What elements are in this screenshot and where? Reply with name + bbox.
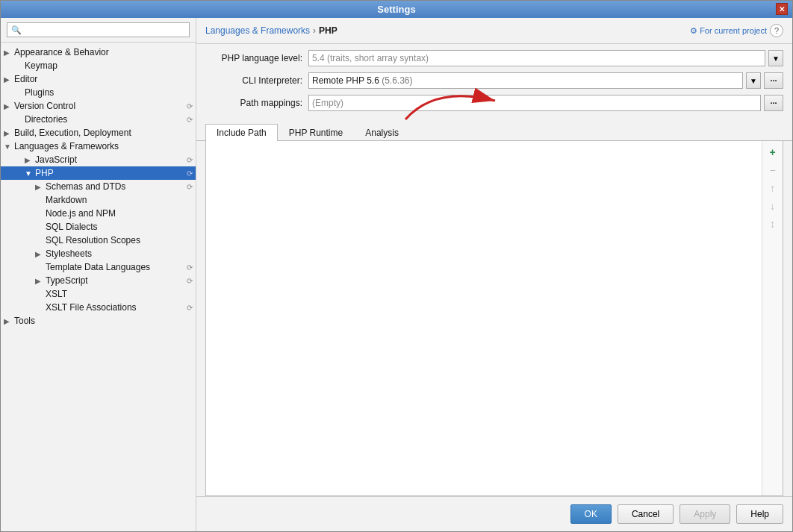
move-down-button[interactable]: ↓ [765, 198, 781, 214]
php-level-control: 5.4 (traits, short array syntax) ▼ [308, 50, 783, 66]
settings-window: Settings ✕ 🔍 ▶Appearance & BehaviorKeyma… [0, 0, 793, 532]
tab-content: + − ↑ ↓ ↕ [205, 141, 783, 496]
sidebar-item-label: Appearance & Behavior [14, 47, 193, 57]
bottom-bar: OK Cancel Apply Help [196, 496, 792, 531]
side-toolbar: + − ↑ ↓ ↕ [762, 141, 783, 495]
sidebar-item-editor[interactable]: ▶Editor [1, 72, 196, 86]
arrow-icon: ▶ [25, 156, 35, 164]
arrow-icon: ▶ [4, 102, 14, 110]
sidebar-item-label: XSLT File Associations [46, 302, 184, 313]
settings-form: PHP language level: 5.4 (traits, short a… [196, 44, 792, 123]
include-path-content [206, 141, 762, 495]
window-title: Settings [377, 4, 415, 15]
php-level-row: PHP language level: 5.4 (traits, short a… [205, 50, 783, 66]
tab-include-path[interactable]: Include Path [205, 124, 278, 141]
sidebar-item-label: Tools [14, 316, 193, 326]
project-info[interactable]: ⚙ For current project [690, 26, 767, 36]
sidebar-item-sql-resolution[interactable]: SQL Resolution Scopes [1, 234, 196, 247]
sidebar-item-directories[interactable]: Directories⟳ [1, 113, 196, 126]
sidebar-item-markdown[interactable]: Markdown [1, 193, 196, 207]
sidebar-item-label: JavaScript [35, 154, 184, 165]
sidebar-item-label: PHP [35, 168, 184, 178]
sidebar-item-languages[interactable]: ▼Languages & Frameworks [1, 140, 196, 153]
sync-icon: ⟳ [187, 277, 193, 285]
sync-icon: ⟳ [187, 304, 193, 312]
sync-icon: ⟳ [187, 116, 193, 124]
sidebar-item-version-control[interactable]: ▶Version Control⟳ [1, 99, 196, 113]
sidebar-item-label: Directories [25, 114, 184, 125]
sidebar-item-schemas[interactable]: ▶Schemas and DTDs⟳ [1, 180, 196, 193]
sidebar-item-xslt-assoc[interactable]: XSLT File Associations⟳ [1, 301, 196, 314]
add-button[interactable]: + [765, 144, 781, 160]
sidebar-item-stylesheets[interactable]: ▶Stylesheets [1, 247, 196, 260]
sidebar-item-label: Version Control [14, 101, 184, 111]
sidebar-item-php[interactable]: ▼PHP⟳ [1, 166, 196, 180]
sidebar-tree: ▶Appearance & BehaviorKeymap▶EditorPlugi… [1, 43, 196, 531]
path-value: (Empty) [308, 95, 761, 111]
tab-bar: Include PathPHP RuntimeAnalysis [196, 123, 792, 141]
sidebar-item-label: SQL Resolution Scopes [46, 235, 193, 245]
arrow-icon: ▶ [35, 277, 46, 285]
sidebar-item-label: Schemas and DTDs [46, 181, 184, 192]
ok-button[interactable]: OK [570, 504, 612, 524]
arrow-icon: ▼ [25, 169, 35, 178]
cli-interpreter-row: CLI Interpreter: Remote PHP 5.6 (5.6.36)… [205, 72, 783, 89]
search-input[interactable] [7, 22, 190, 37]
sidebar-item-label: Markdown [46, 195, 193, 205]
sidebar-item-label: SQL Dialects [46, 222, 193, 232]
sidebar-item-label: Node.js and NPM [46, 208, 193, 219]
search-icon: 🔍 [11, 25, 22, 35]
sidebar-item-label: Stylesheets [46, 248, 193, 259]
php-level-label: PHP language level: [205, 53, 302, 63]
sidebar-item-label: Editor [14, 74, 193, 84]
sidebar: 🔍 ▶Appearance & BehaviorKeymap▶EditorPlu… [1, 18, 196, 531]
cli-value: Remote PHP 5.6 (5.6.36) [308, 72, 743, 89]
sidebar-item-nodejs[interactable]: Node.js and NPM [1, 207, 196, 220]
sync-icon: ⟳ [187, 156, 193, 164]
sidebar-item-typescript[interactable]: ▶TypeScript⟳ [1, 274, 196, 287]
tab-analysis[interactable]: Analysis [354, 124, 410, 141]
sync-icon: ⟳ [187, 183, 193, 191]
sidebar-item-build[interactable]: ▶Build, Execution, Deployment [1, 126, 196, 140]
arrow-icon: ▶ [35, 250, 46, 258]
sync-icon: ⟳ [187, 169, 193, 178]
move-up-button[interactable]: ↑ [765, 180, 781, 196]
php-level-value: 5.4 (traits, short array syntax) [308, 50, 765, 66]
breadcrumb: Languages & Frameworks › PHP ⚙ For curre… [196, 18, 792, 44]
close-button[interactable]: ✕ [776, 3, 788, 15]
sidebar-item-tools[interactable]: ▶Tools [1, 314, 196, 328]
sidebar-item-label: Languages & Frameworks [14, 141, 193, 151]
path-label: Path mappings: [205, 98, 302, 108]
sidebar-item-template[interactable]: Template Data Languages⟳ [1, 260, 196, 274]
php-level-dropdown[interactable]: ▼ [768, 50, 783, 66]
cli-more-button[interactable]: ··· [764, 72, 783, 89]
help-icon[interactable]: ? [770, 24, 783, 37]
sidebar-item-javascript[interactable]: ▶JavaScript⟳ [1, 153, 196, 166]
arrow-icon: ▼ [4, 143, 14, 151]
sidebar-item-label: Keymap [25, 60, 193, 71]
arrow-icon: ▶ [35, 183, 46, 191]
sidebar-item-sql-dialects[interactable]: SQL Dialects [1, 220, 196, 234]
sidebar-item-keymap[interactable]: Keymap [1, 59, 196, 72]
path-control: (Empty) ··· [308, 95, 783, 111]
help-button[interactable]: Help [736, 504, 783, 524]
cli-control: Remote PHP 5.6 (5.6.36) ▼ ··· [308, 72, 783, 89]
sidebar-item-appearance[interactable]: ▶Appearance & Behavior [1, 46, 196, 59]
sort-button[interactable]: ↕ [765, 216, 781, 232]
search-box: 🔍 [1, 18, 196, 43]
cancel-button[interactable]: Cancel [618, 504, 674, 524]
remove-button[interactable]: − [765, 162, 781, 178]
arrow-icon: ▶ [4, 48, 14, 57]
tab-php-runtime[interactable]: PHP Runtime [278, 124, 354, 141]
arrow-icon: ▶ [4, 129, 14, 137]
sync-icon: ⟳ [187, 263, 193, 272]
cli-dropdown[interactable]: ▼ [746, 72, 761, 89]
title-bar: Settings ✕ [1, 1, 792, 18]
path-mappings-row: Path mappings: (Empty) ··· [205, 95, 783, 111]
sidebar-item-plugins[interactable]: Plugins [1, 86, 196, 99]
sidebar-item-xslt[interactable]: XSLT [1, 287, 196, 301]
path-more-button[interactable]: ··· [764, 95, 783, 111]
breadcrumb-part1[interactable]: Languages & Frameworks [205, 25, 310, 36]
breadcrumb-part2: PHP [319, 25, 338, 36]
apply-button[interactable]: Apply [680, 504, 730, 524]
